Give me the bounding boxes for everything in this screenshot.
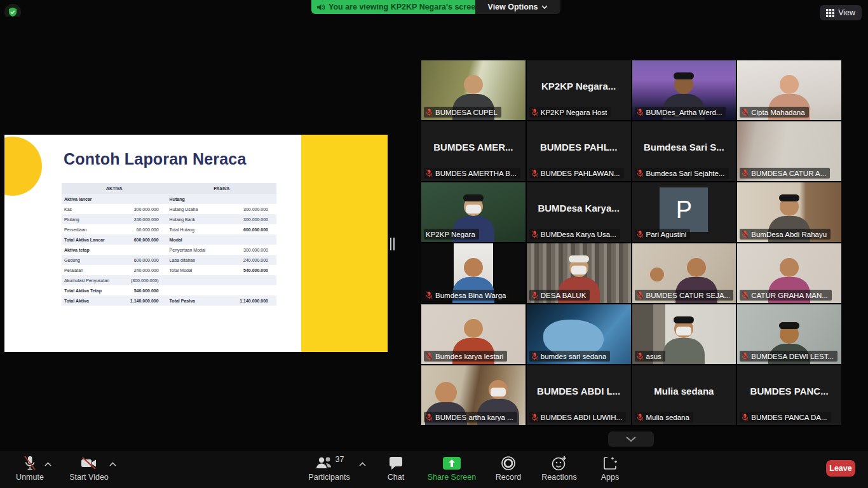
muted-mic-icon — [742, 169, 749, 177]
participant-name-label: BUMDesa Karya Usa... — [541, 231, 616, 238]
table-row: Total Aktiva Lancar600.000.000Modal — [62, 234, 276, 245]
slide: Contoh Laporan Neraca AKTIVAPASIVA Aktiv… — [4, 135, 388, 352]
view-options-button[interactable]: View Options — [475, 0, 560, 14]
participant-name-label: DESA BALUK — [541, 292, 587, 299]
participant-tile[interactable]: asus — [632, 304, 736, 364]
participant-tile[interactable]: bumdes sari sedana — [527, 304, 631, 364]
participant-tile[interactable]: DESA BALUK — [527, 243, 631, 303]
table-header-aktiva: AKTIVA — [62, 183, 167, 194]
reactions-button[interactable]: Reactions — [534, 454, 585, 486]
participant-name-label: KP2KP Negara — [426, 231, 475, 238]
muted-mic-icon — [742, 108, 749, 116]
participant-tile[interactable]: BumDesa Abdi Rahayu — [737, 182, 841, 242]
participant-name-label: BUMDES artha karya ... — [435, 414, 513, 421]
record-button[interactable]: Record — [485, 454, 531, 486]
unmute-label: Unmute — [16, 473, 44, 482]
meeting-toolbar: Unmute Start Video 37 Participants Chat … — [0, 451, 868, 488]
muted-mic-icon — [637, 230, 644, 238]
participant-tile[interactable]: BUMDESA DEWI LEST... — [737, 304, 841, 364]
participant-name-label: BUMDES PAHLAWAN... — [541, 170, 620, 177]
muted-mic-icon — [531, 352, 538, 360]
participant-tile[interactable]: CATUR GRAHA MAN... — [737, 243, 841, 303]
participant-display-name: Mulia sedana — [636, 365, 733, 416]
participant-tile[interactable]: BUMDes_Artha Werd... — [632, 60, 736, 120]
balance-sheet-table: AKTIVAPASIVA Aktiva lancarHutang Kas300.… — [62, 183, 276, 306]
participant-tile[interactable]: BUMDESA CATUR A... — [737, 121, 841, 181]
muted-mic-icon — [426, 352, 433, 360]
share-screen-icon — [443, 457, 461, 470]
participant-name-label: asus — [646, 353, 661, 360]
participant-name-label: bumdes sari sedana — [541, 353, 607, 360]
screen-share-banner: You are viewing KP2KP Negara's screen — [311, 0, 489, 14]
participant-tile[interactable]: Bumdesa Sari S... Bumdesa Sari Sejahte..… — [632, 121, 736, 181]
muted-mic-icon — [742, 352, 749, 360]
record-icon — [501, 456, 516, 471]
muted-mic-icon — [531, 230, 538, 238]
muted-mic-icon — [637, 291, 644, 299]
participant-tile[interactable]: BUMDES artha karya ... — [421, 365, 526, 425]
participant-name-label: Bumdesa Bina Warga — [435, 292, 506, 299]
table-row: Aktiva tetapPenyertaan Modal300.000.000 — [62, 245, 276, 255]
participants-options-caret[interactable] — [359, 458, 366, 469]
chat-button[interactable]: Chat — [376, 454, 416, 486]
apps-icon — [602, 456, 618, 471]
participants-button[interactable]: 37 Participants — [299, 454, 360, 486]
participant-name-label: BUMDES ABDI LUWIH... — [541, 414, 622, 421]
collapse-gallery-button[interactable] — [608, 431, 654, 447]
participant-name-label: BUMDes_Artha Werd... — [646, 109, 722, 116]
participant-tile[interactable]: BUMDES CATUR SEJA... — [632, 243, 736, 303]
participant-tile-active-speaker[interactable]: KP2KP Negara — [421, 182, 526, 242]
leave-button[interactable]: Leave — [826, 460, 855, 477]
participant-name-label: Pari Agustini — [646, 231, 687, 238]
pane-divider-handle[interactable] — [389, 238, 395, 250]
muted-mic-icon — [637, 352, 644, 360]
chevron-down-icon — [626, 437, 636, 442]
apps-label: Apps — [601, 473, 620, 482]
record-label: Record — [496, 473, 521, 482]
participant-display-name: KP2KP Negara... — [531, 60, 627, 111]
start-video-button[interactable]: Start Video — [64, 454, 114, 486]
participant-name-label: Mulia sedana — [646, 414, 689, 421]
participant-tile[interactable]: BUMDesa Karya... BUMDesa Karya Usa... — [527, 182, 631, 242]
share-screen-label: Share Screen — [428, 473, 476, 482]
chat-icon — [388, 456, 403, 470]
participant-tile[interactable]: BUMDES ABDI L... BUMDES ABDI LUWIH... — [527, 365, 631, 425]
unmute-options-caret[interactable] — [44, 458, 51, 469]
participant-tile[interactable]: Mulia sedana Mulia sedana — [632, 365, 736, 425]
shared-screen: Contoh Laporan Neraca AKTIVAPASIVA Aktiv… — [0, 17, 394, 449]
start-video-label: Start Video — [69, 473, 109, 482]
participant-tile[interactable]: Bumdes karya lestari — [421, 304, 526, 364]
participant-tile[interactable]: P Pari Agustini — [632, 182, 736, 242]
table-row: Gedung600.000.000Laba ditahan240.000.000 — [62, 255, 276, 265]
participants-icon — [315, 456, 334, 471]
participant-tile[interactable]: BUMDES PAHL... BUMDES PAHLAWAN... — [527, 121, 631, 181]
table-row: Kas300.000.000Hutang Usaha300.000.000 — [62, 204, 276, 214]
video-options-caret[interactable] — [109, 458, 116, 469]
chevron-down-icon — [541, 5, 548, 10]
muted-mic-icon — [531, 291, 538, 299]
participant-name-label: Cipta Mahadana — [751, 109, 804, 116]
participant-tile[interactable]: Bumdesa Bina Warga — [421, 243, 526, 303]
participant-name-label: BUMDESA DEWI LEST... — [751, 353, 834, 360]
participant-tile[interactable]: BUMDES AMER... BUMDES AMERTHA B... — [421, 121, 526, 181]
participant-tile[interactable]: Cipta Mahadana — [737, 60, 841, 120]
table-row: Akumulasi Penyusutan(300.000.000) — [62, 275, 276, 285]
chat-label: Chat — [388, 473, 404, 482]
muted-mic-icon — [637, 169, 644, 177]
camera-muted-icon — [80, 456, 98, 471]
speaker-icon — [316, 3, 325, 11]
apps-button[interactable]: Apps — [590, 454, 630, 486]
muted-mic-icon — [531, 169, 538, 177]
muted-mic-icon — [637, 413, 644, 421]
participants-label: Participants — [308, 473, 349, 482]
muted-mic-icon — [426, 291, 433, 299]
share-screen-button[interactable]: Share Screen — [421, 454, 482, 486]
view-button[interactable]: View — [820, 5, 862, 20]
participant-tile[interactable]: BUMDESA CUPEL — [421, 60, 526, 120]
participants-count: 37 — [336, 455, 344, 464]
participant-name-label: BUMDES CATUR SEJA... — [646, 292, 730, 299]
table-row: Piutang240.000.000Hutang Bank300.000.000 — [62, 214, 276, 224]
participant-tile[interactable]: BUMDES PANC... BUMDES PANCA DA... — [737, 365, 841, 425]
participant-tile[interactable]: KP2KP Negara... KP2KP Negara Host — [527, 60, 631, 120]
reactions-icon — [551, 455, 567, 471]
